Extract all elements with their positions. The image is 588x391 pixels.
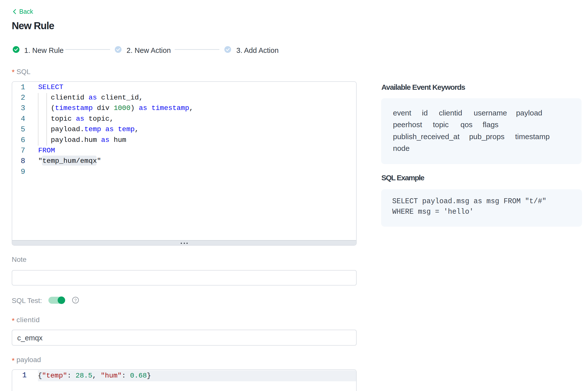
svg-text:?: ? bbox=[74, 298, 77, 303]
